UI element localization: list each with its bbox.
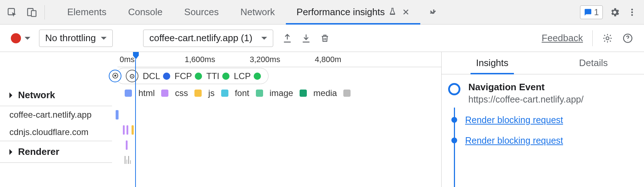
legend-label: js xyxy=(208,88,214,98)
record-control[interactable] xyxy=(11,33,30,43)
nav-event-title: Navigation Event xyxy=(468,82,584,93)
section-network[interactable]: Network xyxy=(0,84,112,106)
legend-label: css xyxy=(175,88,188,98)
help-icon[interactable] xyxy=(622,33,633,44)
tab-insights[interactable]: Insights xyxy=(442,52,543,74)
event-dot-icon xyxy=(451,117,457,123)
more-tabs-icon[interactable] xyxy=(428,7,438,18)
renderer-track-ticks xyxy=(125,156,131,164)
expand-triangle-icon xyxy=(9,92,15,98)
legend-label: html xyxy=(138,88,155,98)
toolbar-action-icons xyxy=(282,33,330,44)
network-hosts: coffee-cart.netlify.app cdnjs.cloudflare… xyxy=(0,106,112,141)
host-row[interactable]: coffee-cart.netlify.app xyxy=(0,106,112,123)
left-sections: Network coffee-cart.netlify.app cdnjs.cl… xyxy=(0,84,112,163)
record-menu-caret-icon xyxy=(25,37,30,43)
insights-toolbar: No throttling coffee-cart.netlify.app (1… xyxy=(0,25,644,52)
tab-network[interactable]: Network xyxy=(229,0,285,24)
resource-legend: html css js font image media xyxy=(125,88,351,98)
legend-label: font xyxy=(235,88,249,98)
throttling-value: No throttling xyxy=(45,32,96,44)
divider xyxy=(592,30,593,46)
device-toggle-icon[interactable] xyxy=(26,7,37,18)
milestone-markers: ⦿ ⊙ DCL FCP TTI LCP xyxy=(116,68,269,84)
svg-point-6 xyxy=(606,36,609,39)
tab-details[interactable]: Details xyxy=(543,52,644,74)
ruler-tick: 3,200ms xyxy=(250,55,280,64)
devtools-tabstrip: Elements Console Sources Network Perform… xyxy=(0,0,644,25)
tab-elements[interactable]: Elements xyxy=(56,0,117,24)
upload-icon[interactable] xyxy=(282,33,293,44)
marker-dcl[interactable]: DCL xyxy=(143,71,170,81)
event-dot-icon xyxy=(451,138,457,143)
feedback-link[interactable]: Feedback xyxy=(542,32,583,44)
insights-tabs: Insights Details xyxy=(442,52,644,74)
issues-count: 1 xyxy=(594,7,599,17)
caret-down-icon xyxy=(101,37,107,43)
panel-tabs: Elements Console Sources Network Perform… xyxy=(56,0,438,24)
panel-settings-gear-icon[interactable] xyxy=(602,33,613,44)
close-tab-icon[interactable]: ✕ xyxy=(402,7,409,17)
record-dot-icon xyxy=(11,33,21,43)
recording-value: coffee-cart.netlify.app (1) xyxy=(149,32,252,44)
timeline-pane: 0ms 1,600ms 3,200ms 4,800m ⦿ ⊙ DCL FCP T… xyxy=(0,52,442,187)
inspect-toggle-group xyxy=(7,5,45,19)
legend-label: media xyxy=(313,88,337,98)
tab-sources[interactable]: Sources xyxy=(173,0,229,24)
recording-select[interactable]: coffee-cart.netlify.app (1) xyxy=(143,30,273,47)
svg-point-5 xyxy=(631,14,633,16)
insight-link[interactable]: Render blocking request xyxy=(465,135,563,146)
insight-link[interactable]: Render blocking request xyxy=(465,115,563,125)
playhead-handle[interactable] xyxy=(132,52,140,61)
download-icon[interactable] xyxy=(301,33,312,44)
insight-item[interactable]: Render blocking request xyxy=(448,135,635,146)
event-ring-icon xyxy=(448,83,460,95)
time-ruler[interactable]: 0ms 1,600ms 3,200ms 4,800m xyxy=(117,52,441,67)
ruler-tick: 4,800m xyxy=(315,55,341,64)
caret-down-icon xyxy=(261,37,267,43)
expand-triangle-icon xyxy=(9,149,15,155)
svg-point-4 xyxy=(631,11,633,13)
legend-label: image xyxy=(270,88,293,98)
settings-gear-icon[interactable] xyxy=(609,7,620,18)
ruler-tick: 1,600ms xyxy=(185,55,215,64)
marker-tti[interactable]: TTI xyxy=(206,71,229,81)
marker-lcp[interactable]: LCP xyxy=(234,71,261,81)
playhead-line xyxy=(135,59,136,187)
marker-fcp[interactable]: FCP xyxy=(175,71,202,81)
svg-rect-2 xyxy=(31,10,36,16)
host-row[interactable]: cdnjs.cloudflare.com xyxy=(0,123,112,141)
content-area: 0ms 1,600ms 3,200ms 4,800m ⦿ ⊙ DCL FCP T… xyxy=(0,52,644,187)
nav-start-marker-icon[interactable]: ⦿ xyxy=(109,70,121,82)
nav-event-url: https://coffee-cart.netlify.app/ xyxy=(468,94,584,105)
tab-console[interactable]: Console xyxy=(117,0,173,24)
insight-item[interactable]: Render blocking request xyxy=(448,115,635,125)
experiment-flask-icon xyxy=(388,6,396,18)
tab-performance-insights[interactable]: Performance insights ✕ xyxy=(286,0,420,24)
tabstrip-actions: 1 xyxy=(580,5,637,19)
issues-notification[interactable]: 1 xyxy=(580,5,603,19)
kebab-menu-icon[interactable] xyxy=(627,7,637,18)
insight-nav-event[interactable]: Navigation Event https://coffee-cart.net… xyxy=(448,82,635,105)
svg-point-3 xyxy=(631,9,633,10)
section-renderer[interactable]: Renderer xyxy=(0,141,112,163)
insights-body: Navigation Event https://coffee-cart.net… xyxy=(442,74,644,146)
zoom-marker-icon[interactable]: ⊙ xyxy=(126,70,138,82)
throttling-select[interactable]: No throttling xyxy=(39,30,113,47)
delete-icon[interactable] xyxy=(319,33,330,44)
insights-panel: Insights Details Navigation Event https:… xyxy=(442,52,644,187)
inspect-element-icon[interactable] xyxy=(7,7,17,18)
